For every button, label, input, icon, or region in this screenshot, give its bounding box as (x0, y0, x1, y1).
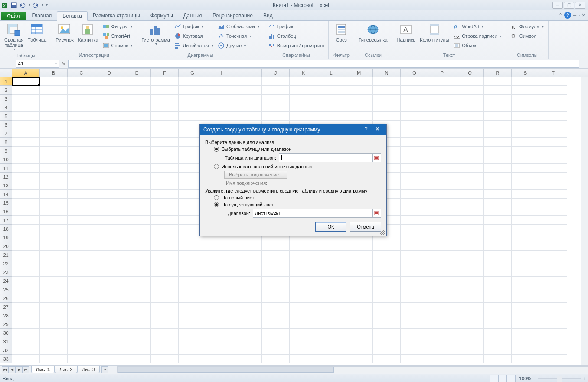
cell[interactable] (206, 311, 234, 320)
sheet-tab[interactable]: Лист3 (77, 366, 100, 373)
cell[interactable] (428, 285, 456, 294)
cell[interactable] (317, 337, 345, 346)
cell[interactable] (151, 129, 179, 138)
sheet-nav-last[interactable]: ⏭ (23, 366, 29, 373)
cell[interactable] (428, 251, 456, 259)
headerfooter-button[interactable]: Колонтитулы (418, 22, 451, 43)
cell[interactable] (179, 86, 206, 95)
cell[interactable] (123, 147, 151, 155)
cell[interactable] (512, 190, 539, 199)
cell[interactable] (539, 329, 567, 337)
textbox-button[interactable]: A Надпись (395, 22, 418, 43)
row-header[interactable]: 13 (0, 181, 12, 190)
cell[interactable] (456, 95, 484, 103)
cell[interactable] (12, 251, 40, 259)
cell[interactable] (234, 294, 262, 303)
cell[interactable] (123, 155, 151, 164)
dialog-close-button[interactable]: ✕ (372, 126, 383, 134)
cell[interactable] (512, 233, 539, 242)
row-header[interactable]: 16 (0, 207, 12, 216)
tab-Вставка[interactable]: Вставка (57, 11, 88, 21)
cell[interactable] (179, 277, 206, 285)
cell[interactable] (262, 268, 290, 277)
cell[interactable] (234, 337, 262, 346)
column-header[interactable]: R (484, 69, 512, 77)
cell[interactable] (151, 268, 179, 277)
cell[interactable] (539, 311, 567, 320)
cell[interactable] (539, 259, 567, 268)
cell[interactable] (179, 77, 206, 86)
cell[interactable] (512, 155, 539, 164)
row-header[interactable]: 8 (0, 138, 12, 147)
cell[interactable] (539, 225, 567, 233)
cell[interactable] (456, 251, 484, 259)
cell[interactable] (151, 294, 179, 303)
cell[interactable] (512, 346, 539, 355)
fx-icon[interactable]: fx (62, 61, 65, 66)
cell[interactable] (484, 355, 512, 363)
other-charts-button[interactable]: Другие▾ (216, 41, 261, 50)
cell[interactable] (68, 181, 95, 190)
dialog-resize-grip[interactable] (380, 230, 385, 235)
column-header[interactable]: Q (456, 69, 484, 77)
tab-Главная[interactable]: Главная (27, 11, 57, 20)
cell[interactable] (428, 277, 456, 285)
cell[interactable] (68, 138, 95, 147)
cell[interactable] (123, 329, 151, 337)
cell[interactable] (512, 329, 539, 337)
cell[interactable] (539, 216, 567, 225)
cell[interactable] (151, 121, 179, 129)
cell[interactable] (234, 277, 262, 285)
cell[interactable] (428, 320, 456, 329)
cell[interactable] (12, 311, 40, 320)
cell[interactable] (123, 225, 151, 233)
cell[interactable] (68, 303, 95, 311)
row-header[interactable]: 10 (0, 155, 12, 164)
cell[interactable] (373, 242, 401, 251)
cell[interactable] (373, 329, 401, 337)
cell[interactable] (428, 147, 456, 155)
cell[interactable] (95, 268, 123, 277)
cell[interactable] (539, 138, 567, 147)
cell[interactable] (290, 329, 317, 337)
cell[interactable] (401, 103, 428, 112)
cell[interactable] (123, 346, 151, 355)
cell[interactable] (234, 86, 262, 95)
cell[interactable] (512, 311, 539, 320)
cell[interactable] (151, 207, 179, 216)
cell[interactable] (484, 294, 512, 303)
cell[interactable] (95, 190, 123, 199)
cell[interactable] (428, 164, 456, 173)
cell[interactable] (12, 216, 40, 225)
cell[interactable] (68, 216, 95, 225)
column-chart-button[interactable]: Гистограмма▾ (140, 22, 172, 47)
row-header[interactable]: 29 (0, 320, 12, 329)
cell[interactable] (401, 259, 428, 268)
cell[interactable] (401, 121, 428, 129)
radio-select-range[interactable] (214, 147, 219, 152)
cell[interactable] (234, 320, 262, 329)
sparkline-column-button[interactable]: Столбец (267, 31, 326, 41)
area-chart-button[interactable]: С областями▾ (216, 22, 261, 31)
cell[interactable] (12, 337, 40, 346)
row-header[interactable]: 17 (0, 216, 12, 225)
cell[interactable] (401, 329, 428, 337)
cell[interactable] (40, 329, 68, 337)
cell[interactable] (68, 147, 95, 155)
cell[interactable] (12, 155, 40, 164)
cell[interactable] (539, 155, 567, 164)
cell[interactable] (68, 199, 95, 207)
picture-button[interactable]: Рисунок (54, 22, 75, 43)
cell[interactable] (262, 103, 290, 112)
cell[interactable] (12, 294, 40, 303)
cell[interactable] (151, 355, 179, 363)
cell[interactable] (234, 259, 262, 268)
cell[interactable] (484, 233, 512, 242)
column-header[interactable]: J (262, 69, 290, 77)
cell[interactable] (151, 95, 179, 103)
cell[interactable] (456, 311, 484, 320)
cell[interactable] (151, 277, 179, 285)
column-header[interactable]: T (539, 69, 567, 77)
cell[interactable] (68, 164, 95, 173)
cell[interactable] (12, 181, 40, 190)
